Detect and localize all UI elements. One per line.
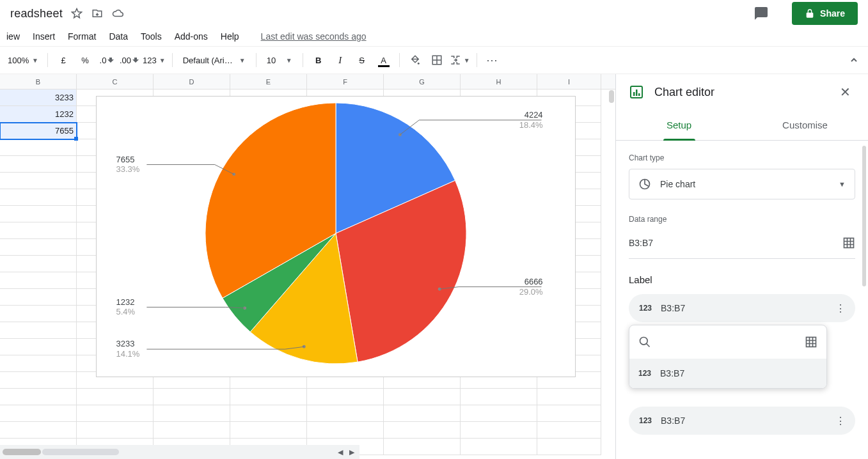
col-header-I[interactable]: I [537,74,601,89]
cell[interactable] [230,405,307,422]
font-name-select[interactable]: Default (Ari…▼ [179,51,249,69]
cell[interactable] [0,289,77,306]
label-chip-1[interactable]: 123 B3:B7 ⋮ [629,407,855,435]
spreadsheet-grid[interactable]: B C D E F G H I 323312327655 422418.4%66… [0,74,615,459]
cloud-icon[interactable] [111,7,124,20]
col-header-H[interactable]: H [461,74,537,89]
text-color-button[interactable]: A [375,51,393,69]
grid-icon[interactable] [805,336,817,348]
menu-tools[interactable]: Tools [134,29,168,44]
col-header-D[interactable]: D [154,74,230,89]
menu-data[interactable]: Data [102,29,134,44]
cell[interactable] [0,306,77,322]
cell[interactable]: 3233 [0,89,77,106]
data-range-input[interactable]: B3:B7 [629,230,855,259]
label-search-input[interactable] [659,336,797,348]
label-chip-0[interactable]: 123 B3:B7 ⋮ [629,294,855,322]
merge-button[interactable]: ▼ [450,51,470,69]
col-header-B[interactable]: B [0,74,77,89]
cell[interactable] [461,389,537,405]
menu-format[interactable]: Format [61,29,102,44]
tab-customise[interactable]: Customise [742,110,868,140]
cell[interactable] [384,405,461,422]
cell[interactable] [537,422,601,439]
italic-button[interactable]: I [331,51,349,69]
star-icon[interactable] [70,7,83,20]
cell[interactable] [230,389,307,405]
grid-vertical-scrollbar[interactable] [609,90,614,103]
col-header-G[interactable]: G [384,74,461,89]
grid-horizontal-scrollbar[interactable]: ◀ ▶ [0,445,359,459]
menu-insert[interactable]: Insert [26,29,61,44]
cell[interactable] [77,405,154,422]
cell[interactable] [154,389,230,405]
cell[interactable] [307,422,384,439]
cell[interactable] [0,206,77,222]
cell[interactable] [0,355,77,372]
strike-button[interactable]: S [353,51,371,69]
cell[interactable] [0,189,77,206]
close-icon[interactable]: ✕ [835,82,855,102]
cell[interactable] [0,422,77,439]
popup-item-0[interactable]: 123 B3:B7 [629,359,826,388]
fill-color-button[interactable] [406,51,424,69]
scroll-right-icon[interactable]: ▶ [347,447,357,457]
menu-addons[interactable]: Add-ons [168,29,214,44]
cell[interactable] [461,422,537,439]
tab-setup[interactable]: Setup [616,110,742,140]
cell[interactable] [0,239,77,256]
chart-type-select[interactable]: Pie chart ▼ [629,169,855,199]
cell[interactable] [307,389,384,405]
font-size-select[interactable]: 10▼ [263,51,296,69]
kebab-icon[interactable]: ⋮ [835,415,845,427]
cell[interactable] [0,222,77,239]
scroll-thumb[interactable] [3,449,41,455]
cell[interactable] [384,422,461,439]
cell[interactable] [0,272,77,289]
col-header-E[interactable]: E [230,74,307,89]
cell[interactable] [0,156,77,173]
last-edit-link[interactable]: Last edit was seconds ago [261,31,367,42]
cell[interactable] [0,339,77,355]
cell[interactable] [230,422,307,439]
collapse-toolbar-button[interactable] [845,51,863,69]
move-icon[interactable] [91,7,104,20]
decrease-decimal-button[interactable]: .0 [98,51,116,69]
cell[interactable] [307,405,384,422]
scroll-left-icon[interactable]: ◀ [335,447,345,457]
cell[interactable] [0,322,77,339]
cell[interactable] [461,405,537,422]
bold-button[interactable]: B [310,51,327,69]
kebab-icon[interactable]: ⋮ [835,302,845,315]
number-format-select[interactable]: 123▼ [143,51,166,69]
menu-view[interactable]: iew [0,29,26,44]
cell[interactable] [77,389,154,405]
panel-scrollbar[interactable] [862,146,866,286]
percent-button[interactable]: % [76,51,94,69]
embedded-chart[interactable]: 422418.4%666629.0%323314.1%12325.4%76553… [96,96,576,377]
cell[interactable] [384,389,461,405]
cell[interactable] [461,439,537,455]
col-header-C[interactable]: C [77,74,154,89]
currency-button[interactable]: £ [54,51,72,69]
cell[interactable] [154,405,230,422]
cell[interactable] [77,422,154,439]
more-button[interactable]: ⋯ [484,51,501,69]
cell[interactable] [0,173,77,189]
comments-icon[interactable] [748,1,774,26]
cell[interactable] [0,372,77,389]
doc-title[interactable]: readsheet [10,7,63,20]
cell[interactable]: 1232 [0,106,77,123]
share-button[interactable]: Share [792,2,858,25]
cell[interactable]: 7655 [0,123,77,139]
cell[interactable] [0,405,77,422]
cell[interactable] [537,389,601,405]
increase-decimal-button[interactable]: .00 [120,51,139,69]
cell[interactable] [537,439,601,455]
col-header-F[interactable]: F [307,74,384,89]
cell[interactable] [384,439,461,455]
cell[interactable] [0,256,77,272]
menu-help[interactable]: Help [214,29,246,44]
cell[interactable] [0,139,77,156]
cell[interactable] [537,405,601,422]
